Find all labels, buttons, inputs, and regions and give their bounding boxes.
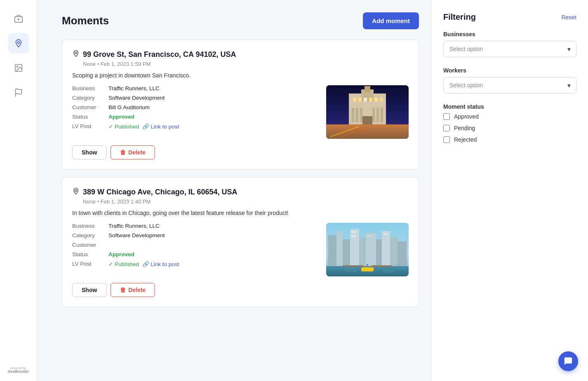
sidebar-item-store[interactable] (8, 8, 29, 29)
svg-rect-25 (326, 124, 409, 139)
reset-button[interactable]: Reset (561, 14, 576, 21)
workers-select-wrapper: Select option ▾ (443, 77, 576, 93)
detail-row-category: Category Software Development (72, 95, 318, 101)
businesses-select-wrapper: Select option ▾ (443, 41, 576, 57)
svg-rect-12 (352, 108, 354, 122)
checkbox-approved[interactable]: Approved (443, 113, 576, 120)
lv-post-value: ✓ Published 🔗 Link to post (108, 261, 179, 267)
sidebar-item-gallery[interactable] (8, 58, 29, 78)
category-label: Category (72, 95, 105, 101)
moment-address: 389 W Chicago Ave, Chicago, IL 60654, US… (83, 188, 237, 196)
svg-point-3 (17, 41, 20, 44)
svg-rect-20 (364, 98, 367, 102)
svg-rect-18 (353, 98, 356, 102)
page-title: Moments (62, 14, 109, 27)
show-button[interactable]: Show (72, 283, 106, 297)
status-label: Status (72, 251, 105, 257)
moment-meta: None • Feb 1, 2023 1:40 PM (72, 199, 409, 205)
filter-header: Filtering Reset (443, 12, 576, 22)
moment-body: Business Traffic Runners, LLC Category S… (72, 223, 409, 276)
svg-rect-31 (328, 235, 336, 266)
link-to-post[interactable]: 🔗 Link to post (142, 123, 179, 130)
filter-title: Filtering (443, 12, 476, 22)
pending-checkbox[interactable] (443, 125, 450, 131)
add-moment-button[interactable]: Add moment (363, 12, 419, 29)
customer-value: Bill G Auditorium (108, 104, 150, 110)
pending-label: Pending (454, 125, 475, 131)
delete-button[interactable]: 🗑 Delete (111, 145, 155, 159)
svg-rect-45 (367, 235, 369, 237)
svg-rect-19 (358, 98, 362, 102)
detail-row-customer: Customer Bill G Auditorium (72, 104, 318, 110)
moment-status-label: Moment status (443, 103, 576, 110)
moments-section: Moments Add moment 99 Grove St, San Fran… (37, 0, 431, 381)
svg-rect-13 (356, 108, 358, 122)
sidebar-item-location[interactable] (8, 33, 29, 54)
approved-checkbox[interactable] (443, 113, 450, 120)
svg-rect-37 (376, 239, 382, 266)
trash-icon: 🗑 (120, 287, 126, 293)
businesses-filter-label: Businesses (443, 31, 576, 37)
published-label: ✓ Published (108, 261, 139, 267)
customer-label: Customer (72, 242, 105, 248)
svg-rect-23 (380, 98, 383, 102)
svg-rect-15 (372, 108, 375, 122)
location-pin-icon (72, 50, 80, 59)
show-button[interactable]: Show (72, 145, 106, 159)
lv-post-value: ✓ Published 🔗 Link to post (108, 123, 179, 130)
moment-card: 389 W Chicago Ave, Chicago, IL 60654, US… (62, 177, 419, 307)
detail-row-status: Status Approved (72, 251, 318, 257)
detail-row-status: Status Approved (72, 114, 318, 120)
delete-button[interactable]: 🗑 Delete (111, 283, 155, 297)
checkbox-rejected[interactable]: Rejected (443, 136, 576, 143)
link-to-post[interactable]: 🔗 Link to post (142, 261, 179, 267)
content-wrapper: Moments Add moment 99 Grove St, San Fran… (37, 0, 588, 381)
status-label: Status (72, 114, 105, 120)
businesses-select[interactable]: Select option (443, 41, 576, 57)
svg-rect-36 (366, 233, 376, 266)
svg-rect-51 (367, 264, 368, 267)
moment-address: 99 Grove St, San Francisco, CA 94102, US… (83, 50, 236, 59)
filter-panel: Filtering Reset Businesses Select option… (431, 0, 588, 381)
svg-rect-52 (343, 265, 363, 267)
page-header: Moments Add moment (62, 12, 419, 29)
status-value: Approved (108, 251, 134, 257)
moment-details: Business Traffic Runners, LLC Category S… (72, 85, 318, 139)
svg-rect-46 (370, 235, 372, 237)
moment-card: 99 Grove St, San Francisco, CA 94102, US… (62, 40, 419, 170)
business-label: Business (72, 85, 105, 91)
business-value: Traffic Runners, LLC (108, 223, 160, 229)
svg-rect-21 (369, 98, 372, 102)
moment-description: Scoping a project in downtown San Franci… (72, 72, 409, 79)
detail-row-lvpost: LV Post ✓ Published 🔗 Link to post (72, 261, 318, 267)
business-label: Business (72, 223, 105, 229)
moment-meta: None • Feb 1, 2023 1:59 PM (72, 61, 409, 67)
moment-details: Business Traffic Runners, LLC Category S… (72, 223, 318, 276)
location-pin-icon (72, 187, 80, 197)
chat-bubble[interactable] (558, 351, 578, 371)
svg-rect-41 (352, 231, 353, 233)
filter-group-moment-status: Moment status Approved Pending Rejected (443, 103, 576, 143)
moment-description: In town with clients in Chicago, going o… (72, 210, 409, 216)
checkbox-pending[interactable]: Pending (443, 125, 576, 131)
svg-rect-42 (354, 231, 355, 233)
rejected-checkbox[interactable] (443, 136, 450, 143)
customer-label: Customer (72, 104, 105, 110)
moment-actions: Show 🗑 Delete (72, 145, 409, 159)
sidebar-item-flag[interactable] (8, 82, 29, 103)
approved-label: Approved (454, 113, 479, 120)
detail-row-business: Business Traffic Runners, LLC (72, 85, 318, 91)
lv-post-label: LV Post (72, 123, 105, 130)
detail-row-customer: Customer (72, 242, 318, 248)
svg-rect-40 (397, 241, 407, 266)
moment-header: 389 W Chicago Ave, Chicago, IL 60654, US… (72, 187, 409, 197)
svg-point-7 (75, 52, 77, 54)
category-label: Category (72, 232, 105, 238)
link-icon: 🔗 (142, 123, 149, 130)
category-value: Software Development (108, 232, 165, 238)
workers-select[interactable]: Select option (443, 77, 576, 93)
published-label: ✓ Published (108, 123, 139, 130)
business-value: Traffic Runners, LLC (108, 85, 160, 91)
link-icon: 🔗 (142, 261, 149, 267)
moment-actions: Show 🗑 Delete (72, 283, 409, 297)
